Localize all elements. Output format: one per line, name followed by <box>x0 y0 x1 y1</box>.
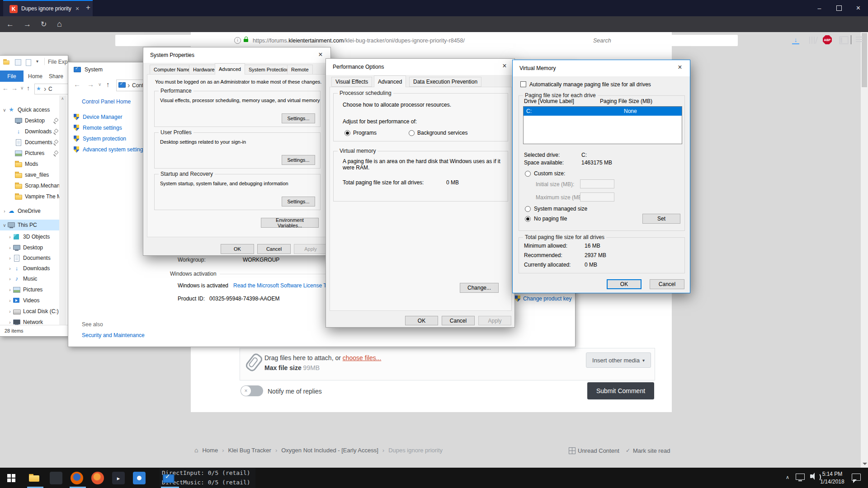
change-button[interactable]: Change... <box>460 283 499 293</box>
tree-item-documents[interactable]: Documents <box>0 137 59 148</box>
taskbar-app-icon[interactable] <box>112 472 125 484</box>
tree-item-music[interactable]: Music <box>0 273 59 284</box>
adblock-icon[interactable]: ABP <box>823 35 832 44</box>
tree-item-scrap-mechanic[interactable]: Scrap.Mechanic. <box>0 180 59 191</box>
taskbar-app-icon[interactable] <box>91 472 104 484</box>
home-crumb-icon[interactable] <box>194 446 198 454</box>
chevron-right-icon[interactable] <box>7 309 13 314</box>
programs-label[interactable]: Programs <box>353 130 377 136</box>
scrollbar-down-arrow[interactable] <box>863 463 867 467</box>
notify-toggle[interactable]: × <box>241 385 263 396</box>
drive-listbox[interactable]: C: None <box>523 106 682 144</box>
tree-item-desktop2[interactable]: Desktop <box>0 242 59 253</box>
close-icon[interactable]: × <box>670 60 690 75</box>
breadcrumb-home[interactable]: Home <box>202 447 218 454</box>
volume-tray-icon[interactable] <box>810 474 812 478</box>
tree-item-documents2[interactable]: Documents <box>0 253 59 263</box>
device-manager-link[interactable]: Device Manager <box>83 114 122 120</box>
set-button[interactable]: Set <box>642 214 680 224</box>
forward-icon[interactable] <box>87 80 94 88</box>
up-icon[interactable] <box>27 84 30 92</box>
taskbar-clock[interactable]: 5:14 PM 1/14/2018 <box>816 470 848 486</box>
qat-newfolder-icon[interactable] <box>26 59 31 66</box>
browser-scrollbar[interactable] <box>861 32 868 468</box>
tree-item-onedrive[interactable]: OneDrive <box>0 206 59 216</box>
site-info-icon[interactable]: i <box>234 37 241 44</box>
chevron-right-icon[interactable] <box>7 298 13 303</box>
background-services-label[interactable]: Background services <box>417 130 467 136</box>
qat-customize-icon[interactable] <box>36 59 38 64</box>
dialog-title-bar[interactable]: Virtual Memory <box>513 60 690 76</box>
sidebar-icon[interactable] <box>839 36 849 44</box>
cancel-button[interactable]: Cancel <box>257 244 291 254</box>
tree-item-mods[interactable]: Mods <box>0 159 59 169</box>
environment-variables-button[interactable]: Environment Variables... <box>261 218 319 228</box>
recent-locations-icon[interactable] <box>98 82 101 87</box>
ribbon-tab-share[interactable]: Share <box>49 73 63 80</box>
tab-dep[interactable]: Data Execution Prevention <box>409 77 481 87</box>
dialog-title-bar[interactable]: Performance Options <box>326 59 514 75</box>
action-center-icon[interactable] <box>852 474 861 481</box>
tree-item-quick-access[interactable]: Quick access <box>0 104 59 115</box>
ok-button[interactable]: OK <box>405 316 438 325</box>
taskbar-app-icon[interactable] <box>50 472 62 484</box>
scrollbar-thumb[interactable] <box>862 33 867 87</box>
up-icon[interactable] <box>106 80 110 88</box>
chevron-right-icon[interactable] <box>7 235 13 239</box>
no-paging-file-radio[interactable] <box>525 216 531 222</box>
tab-visual-effects[interactable]: Visual Effects <box>331 77 372 87</box>
taskbar-firefox-icon[interactable] <box>71 472 83 484</box>
chevron-right-icon[interactable] <box>7 245 13 250</box>
cancel-button[interactable]: Cancel <box>650 279 684 289</box>
chevron-down-icon[interactable] <box>2 108 7 113</box>
window-maximize-button[interactable] <box>829 0 849 16</box>
taskbar-app-icon[interactable] <box>133 472 146 484</box>
system-managed-label[interactable]: System managed size <box>534 206 587 212</box>
tree-item-videos[interactable]: Videos <box>0 295 59 306</box>
background-services-radio[interactable] <box>409 130 415 136</box>
tree-item-downloads2[interactable]: Downloads <box>0 263 59 274</box>
advanced-system-settings-link[interactable]: Advanced system settings <box>83 146 146 153</box>
forward-icon[interactable] <box>11 84 18 92</box>
tray-show-hidden-icon[interactable] <box>786 474 789 480</box>
auto-manage-checkbox[interactable] <box>520 81 526 87</box>
scrollbar-up-arrow[interactable] <box>61 96 64 101</box>
ribbon-tab-home[interactable]: Home <box>28 73 42 80</box>
control-panel-home-link[interactable]: Control Panel Home <box>82 99 131 105</box>
ok-button[interactable]: OK <box>607 279 642 289</box>
tab-hardware[interactable]: Hardware <box>189 65 219 75</box>
ok-button[interactable]: OK <box>221 244 254 254</box>
security-maintenance-link[interactable]: Security and Maintenance <box>82 332 145 338</box>
menu-icon[interactable] <box>856 37 863 38</box>
taskbar-system-icon[interactable] <box>163 474 183 488</box>
library-icon[interactable] <box>809 37 818 44</box>
network-tray-icon[interactable] <box>796 474 805 480</box>
chevron-down-icon[interactable] <box>2 223 7 228</box>
maximum-size-input[interactable] <box>580 192 614 202</box>
tab-advanced[interactable]: Advanced <box>215 63 245 75</box>
unread-content-icon[interactable] <box>569 447 576 454</box>
chevron-right-icon[interactable] <box>7 277 13 282</box>
breadcrumb-bug-tracker[interactable]: Klei Bug Tracker <box>228 447 271 454</box>
mark-site-read-link[interactable]: Mark site read <box>633 447 670 454</box>
custom-size-radio[interactable] <box>525 171 531 177</box>
startup-settings-button[interactable]: Settings... <box>282 197 315 206</box>
initial-size-input[interactable] <box>580 179 614 188</box>
remote-settings-link[interactable]: Remote settings <box>83 125 122 131</box>
search-input[interactable] <box>592 36 730 46</box>
tab-advanced[interactable]: Advanced <box>374 75 406 87</box>
tree-item-local-disk[interactable]: Local Disk (C:) <box>0 306 59 317</box>
programs-radio[interactable] <box>344 130 350 136</box>
tree-item-3d-objects[interactable]: 3D Objects <box>0 231 59 242</box>
auto-manage-label[interactable]: Automatically manage paging file size fo… <box>529 81 651 88</box>
no-paging-file-label[interactable]: No paging file <box>534 216 567 222</box>
chevron-right-icon[interactable] <box>2 209 7 214</box>
back-icon[interactable] <box>74 80 80 88</box>
explorer-address-bar[interactable]: C <box>34 84 68 94</box>
close-icon[interactable]: × <box>495 59 514 73</box>
chevron-right-icon[interactable] <box>7 320 13 325</box>
tree-item-pictures[interactable]: Pictures <box>0 148 59 159</box>
drive-row-selected[interactable]: C: None <box>524 107 682 116</box>
recent-locations-icon[interactable] <box>20 85 24 90</box>
change-product-key-link[interactable]: Change product key <box>523 296 571 302</box>
